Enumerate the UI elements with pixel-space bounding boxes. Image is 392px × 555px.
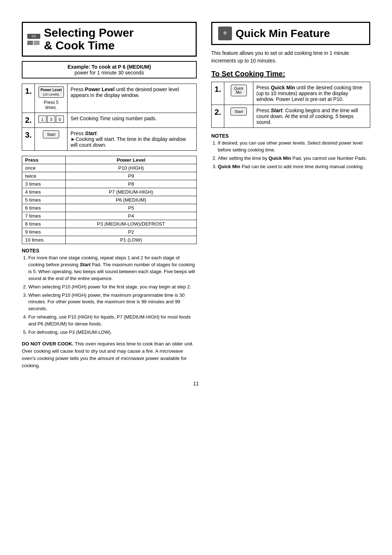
step-1-instruction: Press Power Level until the desired powe… [70, 86, 179, 98]
left-column: P6 Selecting Power & Cook Time Example: … [22, 22, 197, 373]
example-box: Example: To cook at P 6 (MEDIUM) power f… [22, 61, 197, 78]
numpad-3: 3 [47, 116, 55, 123]
power-level-cell: P6 (MEDIUM) [66, 196, 197, 204]
section-icon-group: P6 [27, 34, 40, 45]
step-3-instruction: Press Start.►Cooking will start. The tim… [70, 130, 186, 148]
step-3-num: 3. [25, 130, 32, 139]
to-set-title: To Set Cooking Time: [211, 70, 370, 78]
power-table-row: 10 timesP1 (LOW) [22, 236, 197, 244]
example-line2: power for 1 minute 30 seconds [74, 70, 144, 76]
power-table-body: onceP10 (HIGH)twiceP93 timesP84 timesP7 … [22, 164, 197, 244]
qm-step-2-row: 2. Start Press Start. Cooking begins and… [211, 105, 370, 128]
power-level-label: Power Level [41, 88, 62, 92]
power-col-level: Power Level [66, 156, 197, 164]
step-1-num: 1. [25, 86, 32, 96]
donot-bold: DO NOT OVER COOK. [22, 341, 74, 347]
power-level-cell: P5 [66, 204, 197, 212]
power-level-cell: P1 (LOW) [66, 236, 197, 244]
power-level-cell: P4 [66, 212, 197, 220]
power-col-press: Press [22, 156, 66, 164]
power-level-sublabel: (10 Levels) [41, 93, 62, 96]
power-press-cell: 9 times [22, 228, 66, 236]
qm-step-2-num: 2. [215, 108, 221, 117]
power-table-row: 7 timesP4 [22, 212, 197, 220]
donot-section: DO NOT OVER COOK. This oven requires les… [22, 340, 197, 370]
power-level-table: Press Power Level onceP10 (HIGH)twiceP93… [22, 156, 197, 244]
step-2-instruction: Set Cooking Time using number pads. [70, 116, 156, 121]
title-line1: Selecting Power [44, 27, 134, 39]
power-level-cell: P3 (MEDIUM-LOW)/DEFROST [66, 220, 197, 228]
left-notes-title: NOTES [22, 248, 197, 254]
step-2-num: 2. [25, 116, 32, 125]
power-level-cell: P2 [66, 228, 197, 236]
right-column: ⏱ Quick Min Feature This feature allows … [211, 22, 370, 174]
power-table-row: 5 timesP6 (MEDIUM) [22, 196, 197, 204]
power-level-cell: P7 (MEDIUM-HIGH) [66, 188, 197, 196]
left-note-item-5: For defrosting, use P3 (MEDIUM-LOW). [28, 329, 197, 336]
qm-steps-table: 1. QuickMin Press Quick Min until the de… [211, 82, 370, 128]
quick-min-btn: QuickMin [231, 85, 247, 96]
power-press-cell: twice [22, 172, 66, 180]
left-notes-section: NOTES For more than one stage cooking, r… [22, 248, 197, 336]
step-2-row: 2. 1 3 0 Set Cooking Time using number p… [22, 113, 197, 128]
qm-title-box: ⏱ Quick Min Feature [211, 22, 370, 45]
power-press-cell: 6 times [22, 204, 66, 212]
qm-intro: This feature allows you to set or add co… [211, 49, 370, 65]
left-note-item-2: When selecting P10 (HIGH) power for the … [28, 284, 197, 291]
power-level-cell: P9 [66, 172, 197, 180]
qm-notes-title: NOTES [211, 133, 370, 139]
qm-icon: ⏱ [218, 27, 232, 40]
qm-note-item-1: If desired, you can use other power leve… [218, 140, 370, 154]
power-table-row: 8 timesP3 (MEDIUM-LOW)/DEFROST [22, 220, 197, 228]
left-notes-list: For more than one stage cooking, repeat … [22, 255, 197, 336]
step-1-row: 1. Power Level (10 Levels) Press 5 times… [22, 84, 197, 113]
qm-step-1-num: 1. [215, 85, 221, 94]
steps-table: 1. Power Level (10 Levels) Press 5 times… [22, 84, 197, 151]
power-press-cell: 3 times [22, 180, 66, 188]
power-table-header-row: Press Power Level [22, 156, 197, 164]
step-3-row: 3. Start Press Start.►Cooking will start… [22, 128, 197, 151]
page-number: 11 [22, 381, 370, 386]
selecting-power-title-box: P6 Selecting Power & Cook Time [22, 22, 197, 57]
power-press-cell: 10 times [22, 236, 66, 244]
power-table-row: 3 timesP8 [22, 180, 197, 188]
page: P6 Selecting Power & Cook Time Example: … [0, 0, 392, 555]
left-note-item-4: For reheating, use P10 (HIGH) for liquid… [28, 314, 197, 328]
power-press-cell: 5 times [22, 196, 66, 204]
p6-icon: P6 [27, 34, 40, 39]
qm-title-text: Quick Min Feature [236, 27, 330, 40]
qm-start-btn: Start [230, 108, 247, 116]
power-table-row: 9 timesP2 [22, 228, 197, 236]
title-line2: & Cook Time [44, 39, 134, 52]
qm-note-item-3: Quick Min Pad can be used to add more ti… [218, 163, 370, 170]
power-level-btn: Power Level (10 Levels) [38, 86, 64, 98]
power-press-cell: 7 times [22, 212, 66, 220]
left-note-item-3: When selecting P10 (HIGH) power, the max… [28, 292, 197, 313]
power-level-cell: P8 [66, 180, 197, 188]
power-table-row: 4 timesP7 (MEDIUM-HIGH) [22, 188, 197, 196]
qm-note-item-2: After setting the time by Quick Min Pad,… [218, 155, 370, 162]
numpad-1: 1 [38, 116, 46, 123]
numpad-visual: 1 3 0 [38, 116, 64, 123]
numpad-0: 0 [56, 116, 64, 123]
selecting-power-title-text: Selecting Power & Cook Time [44, 27, 134, 52]
power-press-cell: once [22, 164, 66, 172]
qm-step-1-instruction: Press Quick Min until the desired cookin… [256, 85, 362, 102]
qm-step-1-row: 1. QuickMin Press Quick Min until the de… [211, 82, 370, 105]
example-line1: Example: To cook at P 6 (MEDIUM) [68, 64, 151, 70]
left-note-item-1: For more than one stage cooking, repeat … [28, 255, 197, 282]
power-press-cell: 8 times [22, 220, 66, 228]
power-table-row: twiceP9 [22, 172, 197, 180]
power-level-cell: P10 (HIGH) [66, 164, 197, 172]
power-table-row: onceP10 (HIGH) [22, 164, 197, 172]
power-press-cell: 4 times [22, 188, 66, 196]
start-btn: Start [43, 130, 59, 138]
qm-notes-section: NOTES If desired, you can use other powe… [211, 133, 370, 170]
qm-notes-list: If desired, you can use other power leve… [211, 140, 370, 170]
power-table-row: 6 timesP5 [22, 204, 197, 212]
press-times: Press 5 times. [38, 100, 64, 110]
qm-step-2-instruction: Press Start. Cooking begins and the time… [256, 108, 358, 125]
